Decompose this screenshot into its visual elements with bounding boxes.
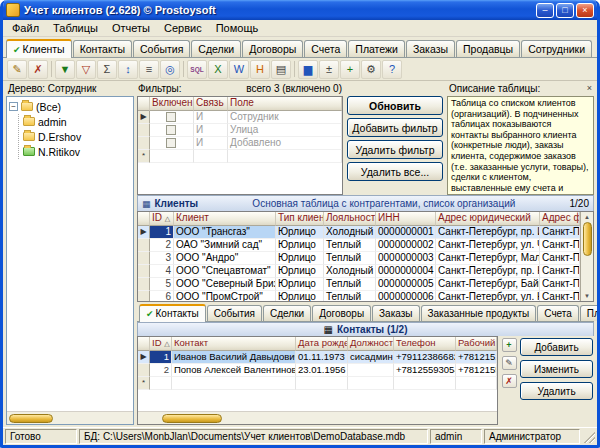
- table-row[interactable]: 3 ООО "Андро" Юрлицо Теплый 0000000003 С…: [138, 252, 580, 265]
- cell-birthdate[interactable]: 01.11.1973: [296, 351, 348, 364]
- cell-phone[interactable]: +78125593054: [394, 364, 456, 377]
- title-bar[interactable]: Учет клиентов (2.628) © Prostoysoft – □ …: [3, 0, 597, 20]
- table-row[interactable]: 2 Попов Алексей Валентинович 23.01.1956 …: [138, 364, 497, 377]
- subtab-contacts[interactable]: ✔Контакты: [139, 304, 206, 322]
- cell-field[interactable]: Добавлено: [228, 137, 342, 150]
- column-header-position[interactable]: Должность: [348, 337, 394, 351]
- scroll-up-icon[interactable]: ▲: [584, 213, 590, 221]
- cell-address-actual[interactable]: Санкт-Пе: [540, 291, 580, 301]
- cell-address-actual[interactable]: Санкт-Пе: [540, 226, 580, 239]
- delete-record-icon[interactable]: ✗: [502, 374, 517, 388]
- cell-id[interactable]: 2: [150, 364, 172, 377]
- cell-phone[interactable]: [394, 377, 456, 390]
- cell-position[interactable]: [348, 364, 394, 377]
- menu-reports[interactable]: Отчеты: [105, 21, 157, 35]
- refresh-button[interactable]: Обновить: [347, 96, 443, 115]
- filter-row[interactable]: И Улица: [138, 124, 342, 137]
- tree-expander-icon[interactable]: −: [9, 102, 18, 111]
- cell-work-phone[interactable]: +7812151: [456, 351, 497, 364]
- filter-enabled-checkbox[interactable]: [166, 125, 176, 135]
- cell-work-phone[interactable]: +7812155: [456, 364, 497, 377]
- cell-field[interactable]: Улица: [228, 124, 342, 137]
- maximize-button[interactable]: □: [556, 3, 574, 18]
- cell-id[interactable]: 6: [150, 291, 174, 301]
- cell-id[interactable]: 5: [150, 278, 174, 291]
- menu-tables[interactable]: Таблицы: [46, 21, 105, 35]
- cell-id[interactable]: 1: [150, 351, 172, 364]
- tree-icon[interactable]: ≡: [139, 60, 159, 79]
- column-header-inn[interactable]: ИНН: [376, 212, 436, 226]
- subtab-payments[interactable]: Платежи: [580, 305, 600, 321]
- cell-address-legal[interactable]: Санкт-Петербург, ул. Чудно: [436, 239, 540, 252]
- tab-agreements[interactable]: Договоры: [242, 40, 303, 57]
- cell-type[interactable]: Юрлицо: [276, 278, 324, 291]
- tab-invoices[interactable]: Счета: [304, 40, 347, 57]
- export-word-icon[interactable]: W: [229, 60, 249, 79]
- subtab-deals[interactable]: Сделки: [263, 305, 311, 321]
- help-icon[interactable]: ?: [382, 60, 402, 79]
- cell-inn[interactable]: 0000000006: [376, 291, 436, 301]
- tab-deals[interactable]: Сделки: [191, 40, 241, 57]
- tab-employees[interactable]: Сотрудники: [521, 40, 592, 57]
- tree-horizontal-scrollbar[interactable]: [7, 411, 133, 424]
- close-button[interactable]: ×: [576, 3, 594, 18]
- tree-item-nritikov[interactable]: N.Ritikov: [23, 144, 131, 159]
- tools-icon[interactable]: +: [340, 60, 360, 79]
- cell-address-actual[interactable]: Санкт-Пе: [540, 265, 580, 278]
- search-icon[interactable]: ◎: [160, 60, 180, 79]
- scrollbar-thumb[interactable]: [162, 414, 222, 423]
- filter-clear-icon[interactable]: ▽: [76, 60, 96, 79]
- table-row[interactable]: 4 ООО "Спецавтомат" Юрлицо Холодный 0000…: [138, 265, 580, 278]
- resize-grip[interactable]: [582, 430, 595, 443]
- cell-link[interactable]: [194, 150, 228, 163]
- cell-client[interactable]: ООО "Трансгаз": [174, 226, 276, 239]
- chart-icon[interactable]: ▆: [298, 60, 318, 79]
- table-row[interactable]: 2 ОАО "Зимний сад" Юрлицо Теплый 0000000…: [138, 239, 580, 252]
- cell-link[interactable]: И: [194, 124, 228, 137]
- cell-address-legal[interactable]: Санкт-Петербург, ул. Калин: [436, 291, 540, 301]
- scroll-down-icon[interactable]: ▼: [584, 292, 590, 300]
- add-record-icon[interactable]: +: [502, 338, 517, 352]
- column-header-id[interactable]: ID △: [150, 337, 172, 351]
- settings-icon[interactable]: ⚙: [361, 60, 381, 79]
- scrollbar-thumb[interactable]: [583, 222, 592, 256]
- scrollbar-thumb[interactable]: [9, 414, 53, 423]
- cell-client[interactable]: ОАО "Зимний сад": [174, 239, 276, 252]
- cell-inn[interactable]: 0000000003: [376, 252, 436, 265]
- cell-contact[interactable]: Попов Алексей Валентинович: [172, 364, 296, 377]
- subtab-events[interactable]: События: [207, 305, 262, 321]
- column-header-address-legal[interactable]: Адрес юридический: [436, 212, 540, 226]
- cell-address-actual[interactable]: Санкт-Пе: [540, 252, 580, 265]
- edit-button[interactable]: Изменить: [520, 360, 593, 378]
- cell-address-legal[interactable]: Санкт-Петербург, пр. Индуст: [436, 226, 540, 239]
- column-header-loyalty[interactable]: Лояльность: [324, 212, 376, 226]
- tab-contacts[interactable]: Контакты: [73, 40, 132, 57]
- cell-client[interactable]: ООО "Андро": [174, 252, 276, 265]
- tab-events[interactable]: События: [133, 40, 190, 57]
- cell-client[interactable]: ООО "Спецавтомат": [174, 265, 276, 278]
- column-header-link[interactable]: Связь: [194, 97, 228, 111]
- tab-sellers[interactable]: Продавцы: [456, 40, 520, 57]
- cell-address-actual[interactable]: Санкт-Пе: [540, 239, 580, 252]
- table-row[interactable]: 6 ООО "ПромСтрой" Юрлицо Теплый 00000000…: [138, 291, 580, 301]
- cell-birthdate[interactable]: [296, 377, 348, 390]
- tree-item-all[interactable]: − (Все): [9, 99, 131, 114]
- tab-payments[interactable]: Платежи: [348, 40, 405, 57]
- column-header-id[interactable]: ID △: [150, 212, 174, 226]
- sum-icon[interactable]: Σ: [97, 60, 117, 79]
- minimize-button[interactable]: –: [536, 3, 554, 18]
- cell-loyalty[interactable]: Теплый: [324, 252, 376, 265]
- cell-field[interactable]: Сотрудник: [228, 111, 342, 124]
- delete-button[interactable]: Удалить: [520, 382, 593, 400]
- add-filter-button[interactable]: Добавить фильтр: [347, 118, 443, 137]
- cell-position[interactable]: [348, 377, 394, 390]
- clients-vertical-scrollbar[interactable]: ▲ ▼: [580, 212, 593, 301]
- cell-inn[interactable]: 0000000004: [376, 265, 436, 278]
- cell-contact[interactable]: [172, 377, 296, 390]
- tab-orders[interactable]: Заказы: [406, 40, 455, 57]
- cell-work-phone[interactable]: [456, 377, 497, 390]
- cell-type[interactable]: Юрлицо: [276, 265, 324, 278]
- column-header-birthdate[interactable]: Дата рождения: [296, 337, 348, 351]
- cell-loyalty[interactable]: Холодный: [324, 265, 376, 278]
- cell-id[interactable]: 3: [150, 252, 174, 265]
